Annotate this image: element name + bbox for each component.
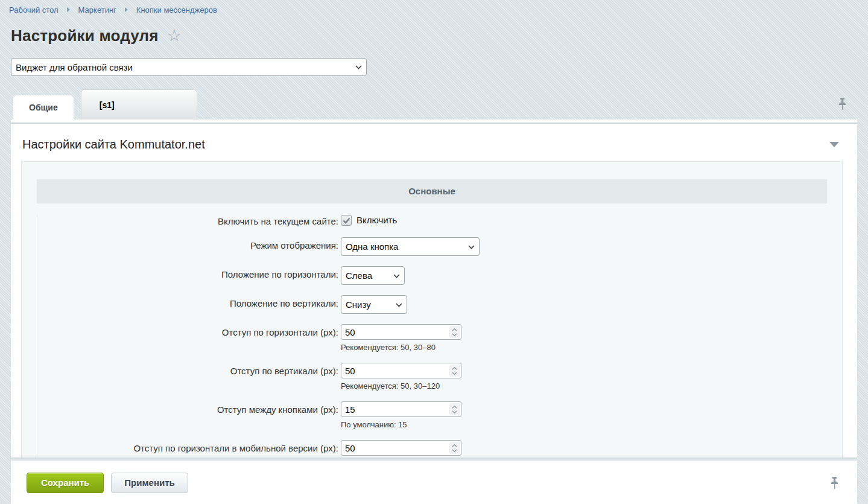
collapse-arrow-icon[interactable] [829,142,839,147]
breadcrumb: Рабочий стол Маркетинг Кнопки мессенджер… [9,0,857,14]
button-gap-label: Отступ между кнопками (px): [37,401,341,415]
breadcrumb-item-marketing[interactable]: Маркетинг [78,5,116,14]
enable-on-site-checkbox-label: Включить [356,215,397,225]
form-rows: Включить на текущем сайте:ВключитьРежим … [37,214,827,458]
tab-general[interactable]: Общие [13,95,74,120]
breadcrumb-separator-icon [67,7,70,12]
page-title-row: Настройки модуля ☆ [11,27,857,44]
pin-icon[interactable] [830,476,839,490]
spinner-down-icon[interactable] [452,333,457,336]
vertical-offset-number-field [341,363,461,378]
horizontal-offset-control: Рекомендуется: 50, 30–80 [341,324,827,352]
spinner-down-icon[interactable] [452,449,457,452]
horizontal-offset-spinner[interactable] [449,326,460,338]
breadcrumb-item-messenger-buttons[interactable]: Кнопки мессенджеров [136,5,217,14]
horizontal-offset-label: Отступ по горизонтали (px): [37,324,341,338]
mobile-horizontal-offset-spinner[interactable] [449,442,460,454]
horizontal-offset-hint: Рекомендуется: 50, 30–80 [341,343,827,352]
horizontal-position-select[interactable]: Слева [341,266,405,285]
vertical-offset-hint: Рекомендуется: 50, 30–120 [341,381,827,391]
spinner-up-icon[interactable] [452,406,457,409]
spinner-up-icon[interactable] [452,367,457,370]
horizontal-position-control: Слева [341,266,827,285]
tab-s1[interactable]: [s1] [81,89,197,120]
vertical-offset-spinner[interactable] [449,365,460,377]
section-header: Основные [37,179,827,203]
form-row-horizontal-offset: Отступ по горизонтали (px):Рекомендуется… [37,324,827,352]
horizontal-offset-number-field [341,324,461,340]
display-mode-control: Одна кнопка [341,237,827,256]
breadcrumb-separator-icon [125,7,128,12]
module-select[interactable]: Виджет для обратной связи [11,58,367,76]
mobile-horizontal-offset-number-field [341,440,461,456]
settings-panel: Настройки сайта Kommutator.net Основные … [11,124,857,458]
tab-pin-strip [11,120,857,124]
button-gap-hint: По умолчанию: 15 [341,420,827,430]
form-row-mobile-horizontal-offset: Отступ по горизонтали в мобильной версии… [37,440,827,458]
mobile-horizontal-offset-control: По умолчанию: как в десктопной версии (5… [341,440,827,458]
vertical-position-select-field: Снизу [341,295,407,314]
tab-s1-label: [s1] [100,100,115,110]
spinner-up-icon[interactable] [452,328,457,331]
form-row-enable-on-site: Включить на текущем сайте:Включить [37,214,827,227]
footer-toolbar: Сохранить Применить [11,461,857,504]
page-title: Настройки модуля [11,27,159,45]
vertical-offset-input[interactable] [341,363,461,378]
spinner-up-icon[interactable] [452,444,457,447]
vertical-position-control: Снизу [341,295,827,314]
site-settings-title: Настройки сайта Kommutator.net [22,138,205,152]
favorite-star-icon[interactable]: ☆ [167,28,182,44]
tabs-bar: Общие [s1] [11,89,857,120]
button-gap-control: По умолчанию: 15 [341,401,827,430]
form-row-horizontal-position: Положение по горизонтали:Слева [37,266,827,285]
display-mode-label: Режим отображения: [37,237,341,251]
button-gap-spinner[interactable] [449,403,460,415]
site-settings-header: Настройки сайта Kommutator.net [11,124,857,152]
mobile-horizontal-offset-input[interactable] [341,440,461,456]
breadcrumb-item-desktop[interactable]: Рабочий стол [9,5,59,14]
enable-on-site-checkbox[interactable] [341,215,352,226]
horizontal-position-select-field: Слева [341,266,405,285]
form-row-vertical-position: Положение по вертикали:Снизу [37,295,827,314]
page: Рабочий стол Маркетинг Кнопки мессенджер… [0,0,868,504]
horizontal-offset-input[interactable] [341,324,461,340]
pin-icon[interactable] [838,97,847,111]
save-button[interactable]: Сохранить [27,473,104,493]
vertical-offset-control: Рекомендуется: 50, 30–120 [341,363,827,391]
apply-button[interactable]: Применить [111,473,188,493]
button-gap-number-field [341,401,461,417]
horizontal-position-label: Положение по горизонтали: [37,266,341,280]
form-row-display-mode: Режим отображения:Одна кнопка [37,237,827,256]
display-mode-select-field: Одна кнопка [341,237,480,256]
button-gap-input[interactable] [341,401,461,417]
vertical-offset-label: Отступ по вертикали (px): [37,363,341,377]
form-row-vertical-offset: Отступ по вертикали (px):Рекомендуется: … [37,363,827,391]
module-select-field: Виджет для обратной связи [11,58,367,76]
enable-on-site-control: Включить [341,214,827,226]
spinner-down-icon[interactable] [452,372,457,375]
vertical-position-label: Положение по вертикали: [37,295,341,309]
form-row-button-gap: Отступ между кнопками (px):По умолчанию:… [37,401,827,430]
display-mode-select[interactable]: Одна кнопка [341,237,480,256]
enable-on-site-label: Включить на текущем сайте: [37,214,341,227]
settings-form-box: Основные Включить на текущем сайте:Включ… [21,161,843,458]
spinner-down-icon[interactable] [452,410,457,413]
vertical-position-select[interactable]: Снизу [341,295,407,314]
tab-general-label: Общие [29,103,58,112]
mobile-horizontal-offset-label: Отступ по горизонтали в мобильной версии… [37,440,341,454]
